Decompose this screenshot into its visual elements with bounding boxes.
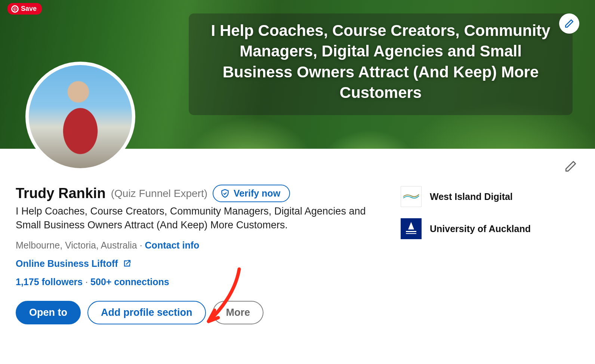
connections-count[interactable]: 500+ connections — [90, 277, 169, 287]
verify-now-button[interactable]: Verify now — [213, 185, 290, 202]
edit-profile-button[interactable] — [564, 160, 577, 174]
contact-info-link[interactable]: Contact info — [145, 240, 200, 250]
add-profile-section-button[interactable]: Add profile section — [87, 301, 206, 324]
website-label: Online Business Liftoff — [16, 258, 118, 269]
verify-now-label: Verify now — [234, 188, 280, 199]
org-name: West Island Digital — [430, 191, 513, 202]
org-name: University of Auckland — [430, 223, 531, 234]
more-button[interactable]: More — [213, 301, 264, 324]
pinterest-save-label: Save — [21, 5, 37, 13]
org-item-company[interactable]: West Island Digital — [401, 186, 561, 207]
profile-tagline-short: (Quiz Funnel Expert) — [111, 188, 207, 200]
profile-headline: I Help Coaches, Course Creators, Communi… — [16, 204, 367, 232]
followers-count[interactable]: 1,175 followers — [16, 277, 83, 287]
svg-rect-2 — [406, 233, 416, 234]
pencil-icon — [564, 19, 574, 28]
website-link[interactable]: Online Business Liftoff — [16, 258, 386, 269]
cover-tagline: I Help Coaches, Course Creators, Communi… — [189, 13, 573, 115]
profile-location: Melbourne, Victoria, Australia — [16, 240, 137, 250]
profile-name: Trudy Rankin — [16, 185, 106, 201]
pinterest-icon — [11, 5, 19, 13]
org-item-school[interactable]: University of Auckland — [401, 218, 561, 239]
avatar[interactable] — [25, 62, 135, 172]
org-logo — [401, 218, 422, 239]
org-logo — [401, 186, 422, 207]
external-link-icon — [123, 259, 132, 268]
edit-cover-button[interactable] — [559, 13, 579, 34]
pinterest-save-button[interactable]: Save — [7, 3, 42, 15]
cover-image: I Help Coaches, Course Creators, Communi… — [0, 0, 595, 149]
avatar-image — [29, 65, 132, 168]
shield-check-icon — [220, 189, 230, 198]
svg-rect-1 — [406, 231, 416, 232]
open-to-button[interactable]: Open to — [16, 301, 81, 324]
pencil-icon — [564, 160, 577, 173]
location-line: Melbourne, Victoria, Australia · Contact… — [16, 240, 386, 251]
